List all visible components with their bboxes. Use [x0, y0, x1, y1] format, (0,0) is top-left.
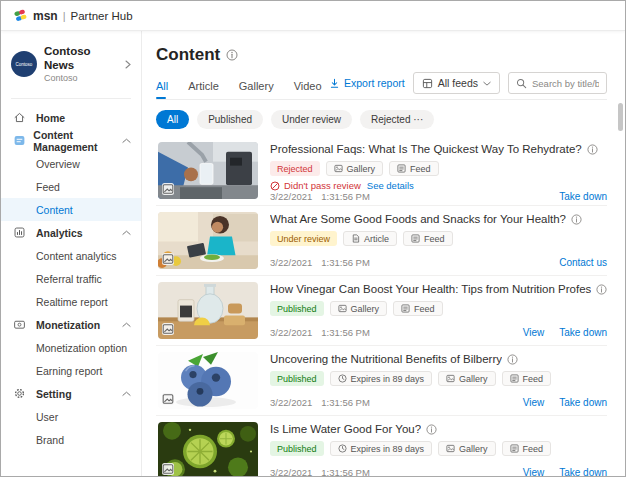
info-icon[interactable] — [596, 284, 607, 295]
tab-bar: All Article Gallery Video Export report … — [156, 72, 607, 100]
sidebar-item-home[interactable]: Home — [1, 106, 141, 129]
sidebar-item-label: Analytics — [36, 227, 83, 239]
clock-icon — [338, 374, 347, 383]
sidebar-item-label: Monetization — [36, 319, 100, 331]
article-title[interactable]: How Vinegar Can Boost Your Health: Tips … — [270, 283, 591, 295]
sidebar-item-label: Overview — [36, 158, 80, 170]
feed-icon — [411, 234, 420, 243]
gallery-indicator-icon — [162, 253, 174, 265]
sidebar-item-analytics[interactable]: Analytics — [1, 221, 141, 244]
tab-article[interactable]: Article — [188, 80, 219, 99]
feed-icon — [510, 444, 519, 453]
sidebar-item-referral-traffic[interactable]: Referral traffic — [1, 267, 141, 290]
publish-datetime: 3/22/20211:31:56 PM — [270, 467, 370, 477]
publish-datetime: 3/22/20211:31:56 PM — [270, 397, 370, 408]
partner-hub-window: msn | Partner Hub Contoso Contoso News C… — [0, 0, 626, 477]
type-badge-gallery: Gallery — [326, 161, 384, 176]
scrollbar-thumb[interactable] — [618, 103, 623, 131]
review-status-text: Didn't pass review — [284, 180, 361, 191]
take-down-link[interactable]: Take down — [559, 397, 607, 408]
article-thumbnail-bilberry[interactable] — [158, 352, 258, 409]
gear-icon — [13, 387, 29, 400]
sidebar-item-label: Content — [36, 204, 73, 216]
publisher-switcher[interactable]: Contoso Contoso News Contoso — [1, 39, 141, 89]
search-icon — [516, 78, 527, 89]
type-badge-gallery: Gallery — [438, 441, 496, 456]
sidebar-item-label: Referral traffic — [36, 273, 102, 285]
info-icon[interactable] — [571, 214, 582, 225]
content-row: Professional Faqs: What Is The Quickest … — [156, 136, 607, 206]
view-link[interactable]: View — [523, 327, 545, 338]
sidebar-item-brand[interactable]: Brand — [1, 428, 141, 451]
status-badge: Published — [270, 301, 324, 316]
gallery-icon — [446, 374, 455, 383]
sidebar-item-content-analytics[interactable]: Content analytics — [1, 244, 141, 267]
publisher-name: Contoso News — [44, 44, 118, 73]
info-icon[interactable] — [507, 354, 518, 365]
info-icon[interactable] — [587, 144, 598, 155]
all-feeds-dropdown[interactable]: All feeds — [413, 72, 500, 94]
view-link[interactable]: View — [523, 397, 545, 408]
filter-chip-under-review[interactable]: Under review — [271, 110, 352, 129]
take-down-link[interactable]: Take down — [559, 327, 607, 338]
article-title[interactable]: Uncovering the Nutritional Benefits of B… — [270, 353, 502, 365]
sidebar-item-label: User — [36, 411, 58, 423]
sidebar-item-feed[interactable]: Feed — [1, 175, 141, 198]
brand-separator: | — [63, 10, 66, 22]
feed-icon — [397, 164, 406, 173]
take-down-link[interactable]: Take down — [559, 467, 607, 477]
status-badge: Rejected — [270, 161, 320, 176]
sidebar-item-monetization-option[interactable]: Monetization option — [1, 336, 141, 359]
filter-chip-published[interactable]: Published — [197, 110, 263, 129]
status-badge: Published — [270, 441, 324, 456]
export-report-link[interactable]: Export report — [329, 77, 405, 89]
gallery-icon — [446, 444, 455, 453]
content-list: Professional Faqs: What Is The Quickest … — [156, 136, 607, 477]
sidebar-item-label: Brand — [36, 434, 64, 446]
sidebar-item-realtime-report[interactable]: Realtime report — [1, 290, 141, 313]
publisher-avatar: Contoso — [11, 51, 37, 77]
chevron-up-icon[interactable] — [122, 391, 131, 397]
sidebar-item-setting[interactable]: Setting — [1, 382, 141, 405]
contact-us-link[interactable]: Contact us — [559, 257, 607, 268]
article-title[interactable]: Professional Faqs: What Is The Quickest … — [270, 143, 582, 155]
search-input[interactable] — [532, 78, 599, 89]
brand-product: Partner Hub — [71, 10, 133, 22]
see-details-link[interactable]: See details — [367, 180, 414, 191]
tab-all[interactable]: All — [156, 80, 168, 99]
chevron-up-icon[interactable] — [122, 322, 131, 328]
sidebar-item-monetization[interactable]: Monetization — [1, 313, 141, 336]
article-thumbnail-lime[interactable] — [158, 422, 258, 477]
tab-gallery[interactable]: Gallery — [239, 80, 274, 99]
article-thumbnail-water-glass[interactable] — [158, 142, 258, 199]
publish-datetime: 3/22/20211:31:56 PM — [270, 327, 370, 338]
sidebar-item-overview[interactable]: Overview — [1, 152, 141, 175]
info-icon[interactable] — [226, 49, 238, 61]
info-icon[interactable] — [426, 424, 437, 435]
filter-chip-rejected-more[interactable]: Rejected ··· — [360, 110, 434, 129]
gallery-indicator-icon — [162, 183, 174, 195]
take-down-link[interactable]: Take down — [559, 191, 607, 202]
article-thumbnail-woman-salad[interactable] — [158, 212, 258, 269]
clock-icon — [338, 444, 347, 453]
article-title[interactable]: Is Lime Water Good For You? — [270, 423, 421, 435]
sidebar-item-earning-report[interactable]: Earning report — [1, 359, 141, 382]
view-link[interactable]: View — [523, 467, 545, 477]
chevron-up-icon[interactable] — [122, 138, 131, 144]
sidebar-item-user[interactable]: User — [1, 405, 141, 428]
home-icon — [13, 111, 29, 124]
chevron-right-icon — [125, 60, 131, 69]
article-thumbnail-vinegar[interactable] — [158, 282, 258, 339]
sidebar-item-label: Home — [36, 112, 65, 124]
msn-butterfly-icon — [13, 8, 28, 23]
sidebar-item-content[interactable]: Content — [1, 198, 141, 221]
article-title[interactable]: What Are Some Good Foods and Snacks for … — [270, 213, 566, 225]
tab-video[interactable]: Video — [294, 80, 322, 99]
filter-chip-all[interactable]: All — [156, 110, 189, 129]
search-box — [508, 72, 607, 94]
type-badge-feed: Feed — [502, 441, 552, 456]
chevron-up-icon[interactable] — [122, 230, 131, 236]
content-row: How Vinegar Can Boost Your Health: Tips … — [156, 276, 607, 346]
sidebar-item-content-management[interactable]: Content Management — [1, 129, 141, 152]
publish-datetime: 3/22/20211:31:56 PM — [270, 191, 370, 202]
